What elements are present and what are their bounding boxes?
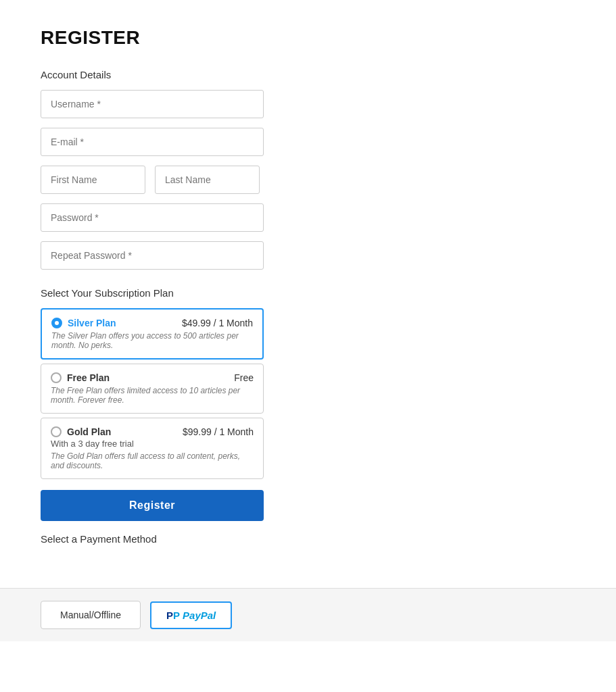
gold-plan-description: The Gold Plan offers full access to all … [51,451,254,470]
gold-plan-name: Gold Plan [67,426,111,437]
name-row [41,166,433,194]
free-plan-card[interactable]: Free Plan Free The Free Plan offers limi… [41,364,264,414]
manual-offline-button[interactable]: Manual/Offline [41,601,141,629]
paypal-label: PayPal [183,610,216,621]
free-plan-radio[interactable] [51,372,62,383]
payment-footer: Manual/Offline PP PayPal [0,588,616,641]
silver-plan-price: $49.99 / 1 Month [182,318,253,328]
silver-plan-name: Silver Plan [68,318,116,328]
lastname-input[interactable] [155,166,260,194]
account-details-label: Account Details [41,69,433,80]
register-button[interactable]: Register [41,490,264,521]
username-group [41,90,433,118]
silver-plan-card[interactable]: Silver Plan $49.99 / 1 Month The Silver … [41,308,264,360]
paypal-logo-icon: PP [166,610,180,621]
silver-plan-description: The Silver Plan offers you access to 500… [51,331,253,350]
silver-plan-radio[interactable] [51,318,62,328]
gold-plan-radio[interactable] [51,426,62,437]
page-title: REGISTER [41,27,433,49]
subscription-section: Select Your Subscription Plan Silver Pla… [41,287,433,545]
gold-plan-card[interactable]: Gold Plan $99.99 / 1 Month With a 3 day … [41,418,264,479]
firstname-input[interactable] [41,166,145,194]
password-input[interactable] [41,203,264,232]
username-input[interactable] [41,90,264,118]
email-input[interactable] [41,128,264,156]
free-plan-name: Free Plan [67,372,110,383]
payment-label: Select a Payment Method [41,533,433,545]
repeat-password-group [41,241,433,270]
paypal-button[interactable]: PP PayPal [150,601,232,629]
email-group [41,128,433,156]
free-plan-description: The Free Plan offers limited access to 1… [51,386,254,405]
free-plan-price: Free [234,372,254,383]
password-group [41,203,433,232]
gold-plan-subtitle: With a 3 day free trial [51,439,254,449]
repeat-password-input[interactable] [41,241,264,270]
subscription-label: Select Your Subscription Plan [41,287,433,299]
gold-plan-price: $99.99 / 1 Month [183,426,254,437]
